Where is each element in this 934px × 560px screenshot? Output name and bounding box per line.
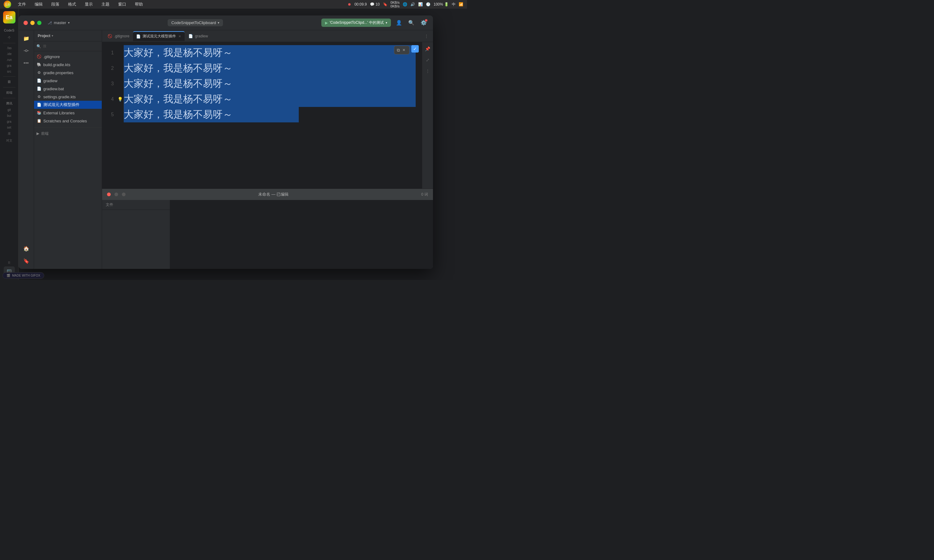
bottom-max-btn[interactable] xyxy=(122,192,126,196)
tab-gradlew-icon: 📄 xyxy=(188,34,193,38)
copy-popup: ⧉ ✕ xyxy=(394,46,410,54)
sidebar-title: Project xyxy=(38,34,51,38)
shortcut-build[interactable]: bui xyxy=(6,114,12,118)
shortcut-menu[interactable]: 目 xyxy=(7,79,11,85)
gifox-watermark: 🎬 MADE WITH GIFOX xyxy=(3,272,44,279)
run-test-button[interactable]: ▶ 'CodeSnippetToClipd...' 中的测试 ▾ xyxy=(321,18,391,27)
activity-folder[interactable]: 📁 xyxy=(21,33,32,44)
shortcut-tencent[interactable]: 腾讯 xyxy=(6,101,13,106)
branch-dropdown-icon: ▾ xyxy=(68,21,69,25)
tab-gitignore[interactable]: 🚫 .gitignore xyxy=(105,31,133,41)
section-front-end[interactable]: ▶ 前端 xyxy=(34,129,102,137)
more-icon-button[interactable]: ⋮ xyxy=(423,67,432,75)
shortcut-R[interactable]: R xyxy=(8,260,11,265)
menu-paragraph[interactable]: 段落 xyxy=(49,1,61,8)
bottom-min-btn[interactable] xyxy=(114,192,118,196)
ide-body: 📁 ••• 🏠 🔖 Project ▾ 🔍 搜 xyxy=(18,30,433,269)
app-main-icon: Ea xyxy=(3,11,15,23)
project-dropdown[interactable]: Project ▾ xyxy=(38,34,53,38)
shortcut-run[interactable]: .run xyxy=(6,57,12,62)
menu-theme[interactable]: 主题 xyxy=(100,1,111,8)
line-num-5: 5 xyxy=(111,107,114,122)
menu-help[interactable]: 帮助 xyxy=(133,1,145,8)
file-gradlew-bat[interactable]: 📄 gradlew.bat xyxy=(34,85,102,93)
test-plugin-icon: 📄 xyxy=(37,103,42,107)
expand-icon-button[interactable]: ⤢ xyxy=(423,55,432,64)
activity-commit[interactable] xyxy=(21,45,32,56)
play-icon: ▶ xyxy=(325,21,328,25)
menu-format[interactable]: 格式 xyxy=(66,1,78,8)
shortcut-settings2[interactable]: set xyxy=(6,125,12,130)
file-scratches[interactable]: 📋 Scratches and Consoles xyxy=(34,117,102,125)
shortcut-gradle[interactable]: gra xyxy=(6,119,12,124)
bottom-close-btn[interactable] xyxy=(107,192,111,196)
shortcut-git[interactable]: git xyxy=(7,108,11,112)
activity-bookmark[interactable]: 🔖 xyxy=(21,255,32,266)
gradlew-bat-icon: 📄 xyxy=(37,86,42,91)
file-gradlew[interactable]: 📄 gradlew xyxy=(34,77,102,85)
user-icon-button[interactable]: 👤 xyxy=(395,18,403,27)
shortcut-gra[interactable]: gra xyxy=(6,63,12,68)
sidebar-search-icon: 🔍 xyxy=(37,44,41,49)
bottom-left-panel: 文件 xyxy=(102,200,170,269)
lightbulb-icon[interactable]: 💡 xyxy=(117,97,123,102)
file-build-gradle[interactable]: 🐘 build.gradle.kts xyxy=(34,61,102,69)
menu-edit[interactable]: 编辑 xyxy=(33,1,45,8)
shortcut-ide[interactable]: .ide xyxy=(6,52,12,56)
gradlew-bat-name: gradlew.bat xyxy=(43,86,99,91)
code-text-3: 大家好，我是杨不易呀～ xyxy=(124,77,233,91)
tab-test-plugin-icon: 📄 xyxy=(136,34,141,38)
tab-gradlew[interactable]: 📄 gradlew xyxy=(185,31,211,41)
pin-icon-button[interactable]: 📌 xyxy=(423,45,432,53)
line-num-2: 2 xyxy=(111,61,114,76)
traffic-lights xyxy=(23,21,42,25)
far-left-shortcuts: Ea CodeS 个 .fas .ide .run gra src 目 前端 腾… xyxy=(0,9,18,280)
activity-home[interactable]: 🏠 xyxy=(21,243,32,254)
code-lines: 大家好，我是杨不易呀～ 大家好，我是杨不易呀～ 大家好，我是杨不易呀～ 大家好，… xyxy=(117,42,422,126)
file-gitignore[interactable]: 🚫 .gitignore xyxy=(34,52,102,61)
file-gradle-properties[interactable]: ⚙ gradle.properties xyxy=(34,69,102,77)
copy-icon[interactable]: ⧉ xyxy=(397,48,400,53)
menu-view[interactable]: 显示 xyxy=(83,1,95,8)
shortcut-dialog[interactable]: 对文 xyxy=(6,138,13,143)
menu-file[interactable]: 文件 xyxy=(16,1,28,8)
bottom-panel: 未命名 — 已编辑 0 词 文件 xyxy=(102,189,433,269)
tab-gitignore-icon: 🚫 xyxy=(108,34,112,38)
menu-window[interactable]: 窗口 xyxy=(116,1,128,8)
copy-popup-close-button[interactable]: ✕ xyxy=(401,47,407,53)
minimize-button[interactable] xyxy=(30,21,35,25)
settings-button[interactable]: ⚙️ xyxy=(419,18,428,27)
code-line-5: 大家好，我是杨不易呀～ xyxy=(124,107,416,122)
language-icon: 🌐 xyxy=(403,2,407,6)
shortcut-codesnippet[interactable]: CodeS xyxy=(3,27,16,34)
svg-point-0 xyxy=(25,50,27,52)
shortcut-individual[interactable]: 个 xyxy=(7,35,11,40)
file-external-libraries[interactable]: 📚 External Libraries xyxy=(34,109,102,117)
section-label: 前端 xyxy=(41,131,49,136)
shortcut-fas[interactable]: .fas xyxy=(6,46,12,50)
code-line-1: 大家好，我是杨不易呀～ xyxy=(124,45,416,61)
tab-test-plugin[interactable]: 📄 测试混元大模型插件 ✕ xyxy=(133,31,185,41)
clock-icon: 🕐 xyxy=(426,2,430,6)
gitignore-icon: 🚫 xyxy=(37,54,42,59)
shortcut-frontend[interactable]: 前端 xyxy=(6,90,13,95)
code-editor[interactable]: 1 2 3 4 5 大家好，我是杨不易呀～ 大家好，我是杨不易呀～ xyxy=(102,42,433,189)
shortcut-src[interactable]: src xyxy=(6,69,12,74)
tab-test-plugin-close[interactable]: ✕ xyxy=(178,34,182,38)
close-button[interactable] xyxy=(23,21,28,25)
activity-more[interactable]: ••• xyxy=(21,57,32,69)
settings-icon: ⚙ xyxy=(37,95,42,99)
tabs-more-button[interactable]: ⋮ xyxy=(422,32,430,40)
section-divider: ▶ 前端 xyxy=(34,127,102,137)
shortcut-library[interactable]: 库 xyxy=(7,131,11,137)
code-content[interactable]: 大家好，我是杨不易呀～ 大家好，我是杨不易呀～ 大家好，我是杨不易呀～ 大家好，… xyxy=(117,42,422,189)
file-settings[interactable]: ⚙ settings.gradle.kts xyxy=(34,93,102,101)
bottom-editor[interactable] xyxy=(170,200,433,269)
project-title[interactable]: CodeSnippetToClipboard ▾ xyxy=(168,19,223,26)
branch-selector[interactable]: ⎇ master ▾ xyxy=(48,20,69,25)
run-button-label: 'CodeSnippetToClipd...' 中的测试 xyxy=(330,20,384,25)
search-button[interactable]: 🔍 xyxy=(407,18,416,27)
line-num-4: 4 xyxy=(111,91,114,107)
file-test-plugin[interactable]: 📄 测试混元大模型插件 xyxy=(34,101,102,109)
maximize-button[interactable] xyxy=(37,21,42,25)
